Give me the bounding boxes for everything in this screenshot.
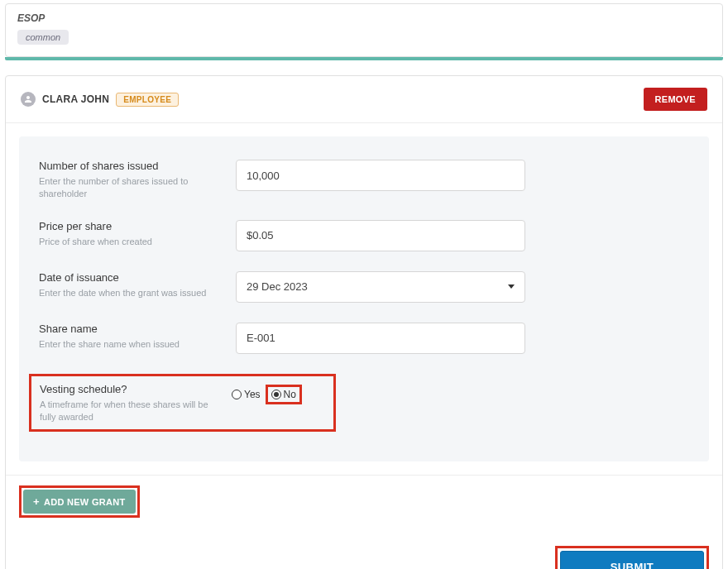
help-price: Price of share when created [39, 236, 223, 248]
esop-header-card: ESOP common [5, 3, 723, 57]
submit-button[interactable]: SUBMIT [560, 551, 704, 569]
add-grant-label: ADD NEW GRANT [44, 497, 126, 507]
help-shares: Enter the number of shares issued to sha… [39, 175, 223, 200]
add-grant-highlight: + ADD NEW GRANT [19, 485, 140, 518]
add-new-grant-button[interactable]: + ADD NEW GRANT [23, 490, 136, 514]
row-vesting: Vesting schedule? A timeframe for when t… [29, 374, 336, 433]
help-vesting: A timeframe for when these shares will b… [40, 399, 218, 423]
help-share-name: Enter the share name when issued [39, 338, 223, 351]
accent-bar [5, 57, 723, 60]
label-share-name: Share name [39, 323, 223, 335]
row-price: Price per share Price of share when crea… [39, 220, 689, 251]
person-name: CLARA JOHN [42, 93, 109, 105]
radio-label-yes: Yes [244, 389, 261, 400]
row-shares: Number of shares issued Enter the number… [39, 160, 689, 200]
shares-input[interactable] [236, 160, 525, 191]
share-name-input[interactable] [236, 323, 525, 354]
vesting-yes-option[interactable]: Yes [232, 389, 261, 400]
person-block: CLARA JOHN EMPLOYEE [21, 92, 179, 107]
grant-card: CLARA JOHN EMPLOYEE REMOVE Number of sha… [5, 75, 723, 569]
remove-button[interactable]: REMOVE [644, 88, 707, 111]
esop-title: ESOP [17, 12, 711, 24]
role-badge: EMPLOYEE [116, 93, 179, 107]
date-select[interactable]: 29 Dec 2023 [236, 271, 525, 303]
vesting-no-highlight: No [266, 385, 302, 404]
plus-icon: + [33, 496, 40, 507]
radio-label-no: No [284, 389, 296, 400]
vesting-radio-group: Yes No [232, 383, 302, 404]
label-date: Date of issuance [39, 271, 223, 284]
row-share-name: Share name Enter the share name when iss… [39, 323, 689, 354]
row-date: Date of issuance Enter the date when the… [39, 271, 689, 303]
label-price: Price per share [39, 220, 223, 232]
radio-icon [232, 390, 242, 399]
radio-icon [271, 390, 281, 399]
submit-highlight: SUBMIT [555, 546, 709, 569]
help-date: Enter the date when the grant was issued [39, 287, 223, 299]
card-footer: + ADD NEW GRANT SUBMIT [6, 475, 722, 569]
chevron-down-icon [508, 284, 515, 289]
card-header: CLARA JOHN EMPLOYEE REMOVE [6, 76, 722, 123]
form-panel: Number of shares issued Enter the number… [19, 136, 709, 461]
date-value: 29 Dec 2023 [247, 280, 308, 293]
label-vesting: Vesting schedule? [40, 383, 218, 395]
vesting-no-option[interactable]: No [271, 389, 296, 400]
avatar-icon [21, 92, 36, 107]
label-shares: Number of shares issued [39, 160, 223, 172]
price-input[interactable] [236, 220, 525, 251]
common-tag: common [17, 30, 69, 45]
